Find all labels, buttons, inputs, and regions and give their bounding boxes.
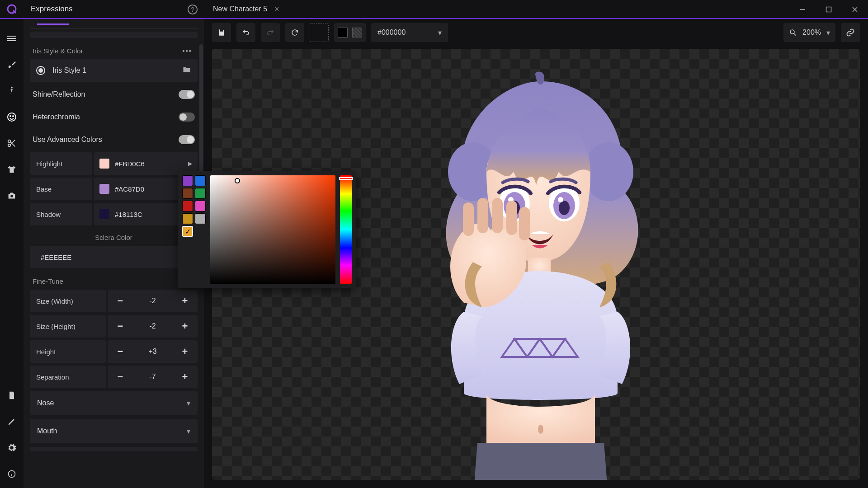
scissors-icon[interactable]	[6, 137, 18, 149]
increment-button[interactable]: +	[180, 346, 189, 357]
brush-icon[interactable]	[6, 59, 18, 70]
link-button[interactable]	[841, 23, 860, 42]
info-icon[interactable]	[6, 468, 18, 480]
svg-point-28	[538, 425, 543, 434]
decrement-button[interactable]: −	[116, 320, 125, 332]
finetune-stepper[interactable]: − +3 +	[108, 340, 198, 363]
chevron-right-icon: ▶	[188, 160, 192, 167]
pencil-icon[interactable]	[6, 416, 18, 427]
minimize-button[interactable]	[789, 0, 816, 19]
sclera-color-field[interactable]: #EEEEEE ▶	[30, 246, 198, 268]
menu-icon[interactable]	[6, 33, 18, 44]
tab-new-character[interactable]: New Character 5 ×	[213, 0, 282, 18]
preset-swatch[interactable]	[195, 213, 206, 224]
decrement-button[interactable]: −	[116, 371, 125, 383]
svg-point-8	[13, 116, 14, 117]
undo-button[interactable]	[236, 23, 255, 42]
color-hex-dropdown[interactable]: #000000 ▾	[371, 23, 448, 42]
advanced-colors-toggle[interactable]	[179, 135, 195, 144]
finetune-label: Separation	[30, 366, 106, 388]
document-icon[interactable]	[6, 389, 18, 401]
finetune-stepper[interactable]: − -7 +	[108, 366, 198, 388]
secondary-color-swatch[interactable]	[352, 28, 362, 38]
save-button[interactable]	[212, 23, 231, 42]
fill-colors[interactable]	[334, 23, 366, 42]
preset-swatch[interactable]	[182, 188, 193, 199]
heterochromia-toggle[interactable]	[179, 113, 195, 122]
preset-swatch[interactable]	[195, 175, 206, 186]
titlebar: Expressions ? New Character 5 ×	[0, 0, 868, 19]
picker-sv-cursor[interactable]	[235, 178, 240, 183]
folder-icon[interactable]	[182, 65, 191, 76]
iris-section-header: Iris Style & Color •••	[30, 41, 198, 59]
base-swatch	[99, 184, 109, 194]
picker-hue-cursor[interactable]	[339, 177, 353, 180]
shine-toggle[interactable]	[179, 90, 195, 99]
picker-hue-slider[interactable]	[340, 175, 352, 284]
iris-style-selector[interactable]: Iris Style 1	[30, 59, 198, 82]
svg-point-26	[558, 197, 563, 202]
tab-close-icon[interactable]: ×	[272, 5, 282, 14]
character-preview	[396, 68, 676, 480]
shine-label: Shine/Reflection	[33, 90, 179, 99]
svg-point-11	[10, 195, 13, 197]
finetune-header: Fine-Tune •••	[30, 271, 198, 290]
svg-point-24	[559, 201, 570, 215]
shadow-hex: #18113C	[115, 211, 142, 218]
primary-color-swatch[interactable]	[338, 28, 348, 38]
increment-button[interactable]: +	[180, 320, 189, 332]
close-button[interactable]	[842, 0, 868, 19]
svg-point-15	[790, 30, 794, 34]
increment-button[interactable]: +	[180, 371, 189, 383]
preset-swatch[interactable]	[182, 213, 193, 224]
iris-header-label: Iris Style & Color	[33, 47, 83, 55]
preset-confirm[interactable]: ✓	[182, 226, 193, 237]
preset-swatch[interactable]	[195, 188, 206, 199]
sclera-header: Sclera Color	[30, 228, 198, 246]
nose-accordion[interactable]: Nose ▾	[30, 391, 198, 415]
decrement-button[interactable]: −	[116, 346, 125, 357]
maximize-button[interactable]	[816, 0, 842, 19]
redo-button[interactable]	[261, 23, 280, 42]
radio-selected-icon	[36, 66, 45, 75]
picker-sv-field[interactable]	[210, 175, 335, 284]
camera-icon[interactable]	[6, 190, 18, 202]
shirt-icon[interactable]	[6, 164, 18, 175]
decrement-button[interactable]: −	[116, 295, 125, 307]
caret-down-icon: ▾	[187, 427, 190, 436]
svg-point-6	[8, 113, 16, 121]
settings-icon[interactable]	[6, 442, 18, 454]
shine-toggle-row: Shine/Reflection	[30, 84, 198, 104]
preset-swatch[interactable]	[182, 175, 193, 186]
pose-icon[interactable]	[6, 85, 18, 97]
zoom-control[interactable]: 200% ▾	[783, 23, 835, 42]
refresh-button[interactable]	[285, 23, 304, 42]
preset-swatch[interactable]	[195, 201, 206, 211]
mouth-accordion[interactable]: Mouth ▾	[30, 419, 198, 443]
expressions-icon[interactable]	[6, 111, 18, 123]
finetune-stepper[interactable]: − -2 +	[108, 315, 198, 338]
increment-button[interactable]: +	[180, 295, 189, 307]
finetune-stepper[interactable]: − -2 +	[108, 290, 198, 312]
base-label: Base	[30, 178, 92, 200]
heterochromia-label: Heterochromia	[33, 113, 179, 121]
finetune-label: Height	[30, 340, 106, 363]
svg-point-7	[10, 116, 11, 117]
marquee-button[interactable]	[310, 23, 329, 42]
caret-down-icon: ▾	[438, 28, 442, 37]
advanced-colors-toggle-row: Use Advanced Colors	[30, 130, 198, 150]
window-controls	[789, 0, 868, 18]
sclera-hex: #EEEEEE	[41, 253, 71, 261]
highlight-hex: #FBD0C6	[115, 160, 145, 168]
svg-point-5	[11, 87, 13, 89]
preset-swatch[interactable]	[182, 201, 193, 211]
panel-title: Expressions ?	[24, 0, 204, 18]
properties-panel: Iris Style & Color ••• Iris Style 1 Shin…	[24, 19, 204, 488]
iris-menu-icon[interactable]: •••	[182, 47, 195, 55]
color-picker-popup[interactable]: ✓	[178, 171, 356, 288]
help-icon[interactable]: ?	[188, 5, 198, 14]
finetune-label: Size (Height)	[30, 315, 106, 338]
caret-down-icon: ▾	[187, 399, 190, 408]
svg-rect-2	[826, 7, 831, 12]
picker-presets: ✓	[182, 175, 206, 284]
